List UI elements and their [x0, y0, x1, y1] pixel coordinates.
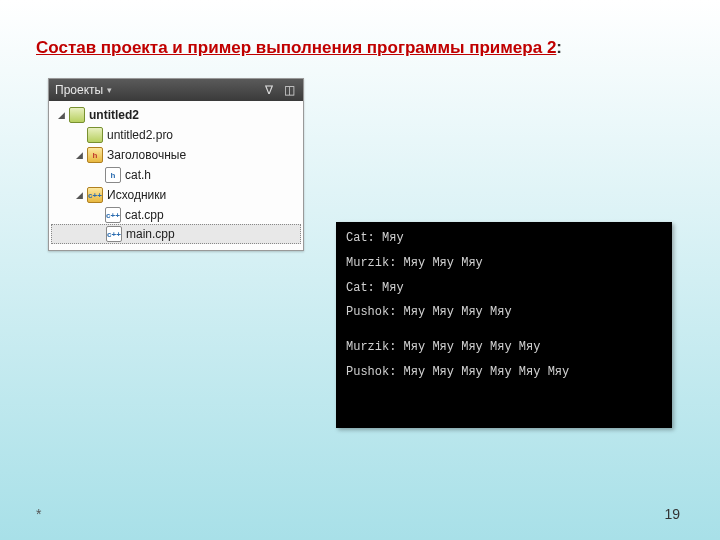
h-file-icon: h [105, 167, 121, 183]
node-label: untitled2 [89, 108, 139, 122]
footnote-marker: * [36, 506, 41, 522]
cpp-file-icon: c++ [105, 207, 121, 223]
project-tree: ◢ untitled2 ▸ untitled2.pro ◢ h Заголово… [49, 101, 303, 250]
tree-node-main-cpp[interactable]: ▸ c++ main.cpp [51, 224, 301, 244]
node-label: cat.cpp [125, 208, 164, 222]
project-panel: Проекты ▾ ∇ ◫ ◢ untitled2 ▸ untitled2.pr… [48, 78, 304, 251]
folder-sources-icon: c++ [87, 187, 103, 203]
node-label: untitled2.pro [107, 128, 173, 142]
expand-icon[interactable]: ◢ [73, 149, 85, 161]
console-line: Pushok: Мяу Мяу Мяу Мяу [346, 304, 662, 321]
tree-node-headers-folder[interactable]: ◢ h Заголовочные [49, 145, 303, 165]
console-line: Cat: Мяу [346, 230, 662, 247]
chevron-down-icon[interactable]: ▾ [107, 85, 112, 95]
node-label: main.cpp [126, 227, 175, 241]
title-text: Состав проекта и пример выполнения прогр… [36, 38, 556, 57]
console-line: Murzik: Мяу Мяу Мяу Мяу Мяу [346, 339, 662, 356]
page-number: 19 [664, 506, 680, 522]
expand-icon[interactable]: ◢ [55, 109, 67, 121]
console-output: Cat: Мяу Murzik: Мяу Мяу Мяу Cat: Мяу Pu… [336, 222, 672, 428]
tree-node-sources-folder[interactable]: ◢ c++ Исходники [49, 185, 303, 205]
console-blank-line [346, 329, 662, 339]
tree-node-cat-h[interactable]: ▸ h cat.h [49, 165, 303, 185]
console-line: Cat: Мяу [346, 280, 662, 297]
expand-icon[interactable]: ◢ [73, 189, 85, 201]
filter-icon[interactable]: ∇ [261, 82, 277, 98]
node-label: Исходники [107, 188, 166, 202]
panel-header: Проекты ▾ ∇ ◫ [49, 79, 303, 101]
console-line: Pushok: Мяу Мяу Мяу Мяу Мяу Мяу [346, 364, 662, 381]
console-line: Murzik: Мяу Мяу Мяу [346, 255, 662, 272]
pro-file-icon [87, 127, 103, 143]
project-icon [69, 107, 85, 123]
node-label: cat.h [125, 168, 151, 182]
tree-node-cat-cpp[interactable]: ▸ c++ cat.cpp [49, 205, 303, 225]
panel-header-label[interactable]: Проекты [55, 83, 103, 97]
tree-node-pro-file[interactable]: ▸ untitled2.pro [49, 125, 303, 145]
node-label: Заголовочные [107, 148, 186, 162]
slide-title: Состав проекта и пример выполнения прогр… [36, 38, 562, 58]
folder-headers-icon: h [87, 147, 103, 163]
title-colon: : [556, 38, 562, 58]
cpp-file-icon: c++ [106, 226, 122, 242]
tree-node-project[interactable]: ◢ untitled2 [49, 105, 303, 125]
split-icon[interactable]: ◫ [281, 82, 297, 98]
